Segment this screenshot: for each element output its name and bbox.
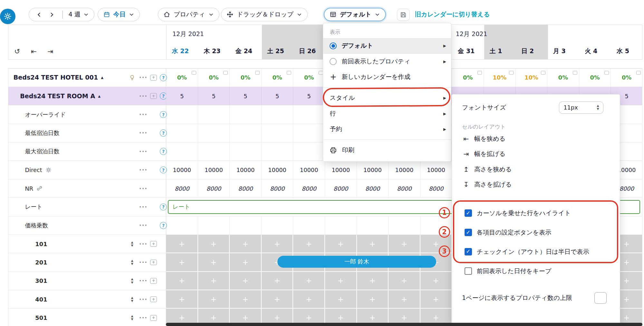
value-cell[interactable]: 5 [230,87,262,105]
empty-cell[interactable] [166,216,198,235]
empty-cell[interactable] [293,124,325,142]
add-booking-cell[interactable]: + [198,272,230,290]
sort-handle-icon[interactable]: ▲▼ [128,309,137,326]
day-header-3[interactable]: 土 25 [262,43,294,59]
row-menu-icon[interactable]: ··· [139,198,148,216]
menu-item-2[interactable]: +新しいカレンダーを作成 [323,69,451,85]
empty-cell[interactable] [325,216,357,235]
empty-cell[interactable] [262,142,293,160]
value-cell[interactable]: 10000 [389,161,420,179]
empty-cell[interactable] [166,142,198,160]
add-booking-cell[interactable]: + [293,272,325,290]
day-header-4[interactable]: 日 26 [293,43,325,59]
day-header-2[interactable]: 金 24 [230,43,262,59]
day-header-12[interactable]: 月 3 [548,43,580,59]
empty-cell[interactable] [230,216,262,235]
occupancy-cell[interactable]: 10% [516,69,548,87]
empty-cell[interactable] [357,216,389,235]
add-booking-cell[interactable]: + [325,290,357,309]
add-booking-cell[interactable]: + [293,235,325,253]
value-cell[interactable]: 8000 [325,179,357,197]
empty-cell[interactable] [198,142,230,160]
menu-item-6[interactable]: 予約▶ [323,121,451,137]
link-icon[interactable] [36,185,43,191]
value-cell[interactable]: 8000 [357,179,389,197]
sort-handle-icon[interactable]: ▲▼ [128,272,137,290]
add-note-icon[interactable]: + [149,69,158,87]
sort-handle-icon[interactable]: ▲▼ [128,290,137,308]
range-select[interactable]: 4 週 [69,10,89,19]
suggestion-icon[interactable] [128,69,137,87]
value-cell[interactable]: 8000 [198,179,230,197]
empty-cell[interactable] [198,124,230,142]
value-cell[interactable]: 5 [293,87,325,105]
checkbox-checked-icon[interactable]: ✓ [465,248,472,255]
empty-cell[interactable] [389,216,420,235]
comment-icon[interactable] [255,71,260,74]
empty-cell[interactable] [293,142,325,160]
value-cell[interactable]: 10000 [420,161,452,179]
sort-handle-icon[interactable]: ▲▼ [128,235,137,253]
layout-item-1[interactable]: ⇥幅を拡げる [452,147,620,162]
comment-icon[interactable] [287,71,291,74]
horizontal-scrollbar[interactable] [166,323,642,326]
empty-cell[interactable] [262,105,293,123]
max-properties-input[interactable] [594,292,607,304]
occupancy-cell[interactable]: 0% [452,69,484,87]
day-header-0[interactable]: 水 22 [167,43,198,59]
empty-cell[interactable] [198,216,230,235]
value-cell[interactable]: 10000 [262,161,293,179]
next-period-button[interactable] [47,12,56,18]
comment-icon[interactable] [604,71,609,74]
day-header-13[interactable]: 火 4 [580,43,611,59]
legacy-calendar-link[interactable]: 旧カレンダーに切り替える [415,8,490,21]
add-booking-cell[interactable]: + [389,235,420,253]
row-menu-icon[interactable]: ··· [139,272,148,290]
value-cell[interactable]: 10000 [325,161,357,179]
dragdrop-select[interactable]: ドラッグ＆ドロップ [221,8,308,21]
day-header-14[interactable]: 水 5 [611,43,642,59]
settings-button[interactable] [0,9,15,24]
row-menu-icon[interactable]: ··· [139,216,148,235]
booking-bar[interactable]: 一郎 鈴木 [277,256,436,268]
occupancy-cell[interactable]: 0% [547,69,579,87]
add-booking-cell[interactable]: + [198,253,230,272]
row-menu-icon[interactable]: ··· [139,290,148,308]
menu-item-4[interactable]: スタイル▶ [323,90,451,106]
empty-cell[interactable] [166,105,198,123]
value-cell[interactable]: 8000 [230,179,262,197]
add-booking-cell[interactable]: + [293,290,325,309]
add-booking-cell[interactable]: + [230,290,262,309]
sort-handle-icon[interactable]: ▲▼ [128,253,137,271]
add-booking-cell[interactable]: + [198,235,230,253]
row-menu-icon[interactable]: ··· [139,69,148,87]
value-cell[interactable]: 8000 [420,179,452,197]
empty-cell[interactable] [262,124,293,142]
layout-item-2[interactable]: ↥高さを狭める [452,162,620,177]
row-menu-icon[interactable]: ··· [139,142,148,160]
checkbox-item-3[interactable]: 前回表示した日付をキープ [452,262,620,281]
add-booking-cell[interactable]: + [262,290,293,309]
add-booking-cell[interactable]: + [357,235,389,253]
menu-item-5[interactable]: 行▶ [323,106,451,121]
property-select[interactable]: プロパティ [158,8,220,21]
empty-cell[interactable] [230,105,262,123]
checkbox-checked-icon[interactable]: ✓ [465,229,472,236]
add-booking-cell[interactable]: + [230,253,262,272]
row-menu-icon[interactable]: ··· [139,253,148,271]
add-booking-cell[interactable]: + [166,290,198,309]
add-booking-cell[interactable]: + [325,272,357,290]
value-cell[interactable]: 8000 [166,179,198,197]
day-header-1[interactable]: 木 23 [198,43,230,59]
value-cell[interactable]: 5 [198,87,230,105]
row-menu-icon[interactable]: ··· [139,235,148,253]
day-header-10[interactable]: 土 1 [484,43,516,59]
comment-icon[interactable] [541,71,545,74]
comment-icon[interactable] [477,71,482,74]
occupancy-cell[interactable]: 0% [262,69,293,87]
add-note-icon[interactable]: + [149,253,158,271]
value-cell[interactable]: 10000 [357,161,389,179]
expand-columns-icon[interactable]: ⇥ [47,47,53,55]
row-menu-icon[interactable]: ··· [139,124,148,142]
add-booking-cell[interactable]: + [420,272,452,290]
